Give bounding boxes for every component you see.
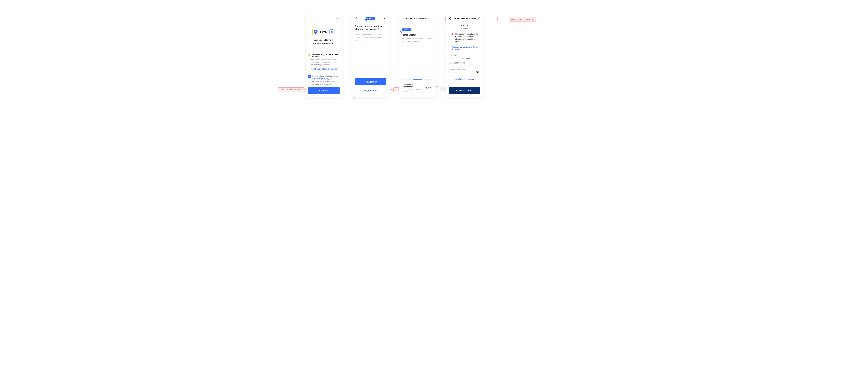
nav-title: Credenciales personales — [453, 18, 476, 20]
text-part: connect you account — [313, 42, 334, 44]
bank-subtitle: Bancomer — [448, 27, 480, 29]
status-subtitle: Connection can take up to 2 min — [404, 88, 424, 92]
brand-card: ✽ belvo 🏛 • • • • — [312, 28, 335, 35]
close-icon[interactable] — [383, 16, 386, 20]
badge-dot-icon — [365, 19, 367, 21]
progress-heading: Faster Credits — [402, 34, 433, 36]
back-icon — [355, 17, 358, 20]
acme-badge: acme inc. — [366, 17, 375, 20]
progress-segment-active — [413, 79, 423, 80]
help-button[interactable]: ? — [476, 16, 480, 20]
status-title: Validating credentials... — [404, 83, 424, 88]
acme-badge: acme inc. — [402, 29, 411, 31]
abandon-note: Credit approval can take up to 20 days b… — [355, 33, 386, 42]
text-part: to — [331, 39, 333, 41]
bank-logo-text: BBVA — [448, 24, 480, 27]
intro-text: Acme uses Belvo to connect you account — [308, 38, 340, 49]
card-number-label: Nº Tarjeta — [450, 55, 458, 56]
abandon-title: Are you sure you want to abandon the pro… — [355, 25, 386, 31]
screen-credentials: Credenciales personales ? BBVA Bancomer … — [446, 14, 483, 97]
nav-left-empty — [308, 16, 312, 20]
abandon-no-button[interactable]: No, continue — [355, 87, 386, 94]
text-part: Belvo — [325, 39, 331, 41]
bank-logo-text: BBVA — [426, 87, 431, 89]
close-icon[interactable] — [336, 16, 340, 20]
nav-bar — [308, 16, 340, 21]
back-icon — [449, 17, 452, 20]
callout-color-primary: --color-primary-base — [278, 88, 305, 92]
screen-consent: ✽ belvo 🏛 • • • • Acme uses Belvo to con… — [306, 14, 342, 97]
info-notice: 📌 Sólo tarjetas registradas en la Banca … — [448, 32, 480, 44]
toggle-password-icon[interactable] — [476, 71, 479, 73]
info-icon: 📌 — [451, 33, 454, 43]
consent-text: I have read and accept the terms of Belv… — [312, 75, 340, 86]
card-number-hint: Ej. 1111222233334444 — [448, 62, 480, 64]
password-field: Contraseña bbva.mx — [448, 67, 480, 75]
register-card-link[interactable]: Registrar mi tarjeta en la Banca en Líne… — [448, 46, 480, 50]
brand-dots: • • • • — [313, 35, 335, 37]
brand-avatar-icon: ✽ — [314, 30, 317, 34]
privacy-link[interactable]: Belvo's Privacy Policy — [312, 78, 329, 80]
progress-bar — [402, 79, 433, 80]
badge-dot-icon — [400, 31, 402, 33]
progress-note: Experience a faster credit approval link… — [402, 37, 433, 43]
consent-checkbox[interactable]: ✓ — [308, 75, 311, 78]
text-part: Acme uses — [314, 39, 325, 41]
progress-segment — [402, 79, 412, 80]
status-card: Validating credentials... Connection can… — [402, 82, 433, 94]
bank-icon: 🏛 — [329, 30, 334, 34]
info-text: Sólo tarjetas registradas en la Banca en… — [455, 33, 479, 43]
security-link[interactable]: How Belvo protects my account — [308, 68, 340, 70]
connect-account-button[interactable]: Conectar cuenta — [448, 87, 480, 94]
brand-logo-text: belvo — [320, 31, 327, 33]
screen-abandon: acme inc. Are you sure you want to aband… — [352, 14, 389, 97]
card-number-field: Nº Tarjeta Ej. 1111222233334444 — [448, 53, 480, 64]
callout-nav-icon-color: --nav-bar-icon-color — [509, 17, 536, 22]
back-button[interactable] — [448, 16, 453, 20]
back-button[interactable] — [355, 16, 359, 20]
nav-title-badge: acme inc. — [359, 17, 383, 20]
screen-progress: Connection in progress acme inc. Faster … — [399, 14, 436, 97]
nav-title: Connection in progress — [406, 18, 429, 20]
progress-segment — [424, 79, 433, 80]
security-note: Acme won't have access to your credentia… — [308, 59, 340, 66]
which-keys-link[interactable]: No sé qué claves usar — [448, 78, 480, 80]
security-heading-text: Belvo will only be able to read your dat… — [312, 54, 340, 58]
continue-button[interactable]: Continue — [308, 87, 340, 94]
nav-bar: Credenciales personales ? — [448, 16, 480, 21]
consent-row: ✓ I have read and accept the terms of Be… — [308, 75, 340, 86]
nav-bar: acme inc. — [355, 16, 386, 21]
bank-header: BBVA Bancomer — [448, 24, 480, 29]
security-heading: 🔒 Belvo will only be able to read your d… — [308, 54, 340, 58]
text-part: I have read and accept the terms of — [312, 75, 339, 77]
password-label: Contraseña bbva.mx — [450, 68, 466, 70]
lock-icon: 🔒 — [308, 54, 310, 56]
nav-bar: Connection in progress — [402, 16, 433, 21]
abandon-yes-button[interactable]: Yes abandon — [355, 78, 386, 86]
badge-text: acme inc. — [403, 29, 410, 31]
badge-text: acme inc. — [367, 18, 374, 19]
help-icon: ? — [477, 17, 480, 20]
